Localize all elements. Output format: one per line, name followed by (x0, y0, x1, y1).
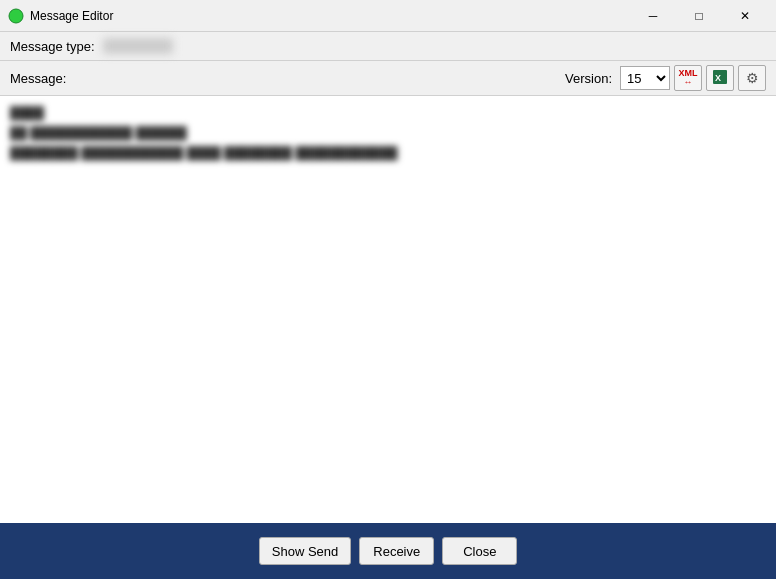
svg-text:X: X (715, 73, 721, 83)
message-type-label: Message type: (10, 39, 95, 54)
xml-icon: XML↔ (679, 69, 698, 87)
gear-icon: ⚙ (746, 70, 759, 86)
message-content-area[interactable]: ████ ██ ████████████ ██████ ████████ ███… (0, 96, 776, 523)
settings-button[interactable]: ⚙ (738, 65, 766, 91)
app-icon (8, 8, 24, 24)
message-line-3: ████████ ████████████ ████ ████████ ████… (10, 144, 766, 162)
message-label: Message: (10, 71, 565, 86)
footer-bar: Show Send Receive Close (0, 523, 776, 579)
maximize-button[interactable]: □ (676, 0, 722, 32)
excel-button[interactable]: X (706, 65, 734, 91)
toolbar-right: Version: 15 14 16 17 XML↔ X ⚙ (565, 65, 766, 91)
close-window-button[interactable]: ✕ (722, 0, 768, 32)
svg-point-0 (9, 9, 23, 23)
message-type-value (103, 38, 173, 54)
receive-button[interactable]: Receive (359, 537, 434, 565)
message-line-2: ██ ████████████ ██████ (10, 124, 766, 142)
version-select[interactable]: 15 14 16 17 (620, 66, 670, 90)
window-title: Message Editor (30, 9, 630, 23)
message-toolbar-row: Message: Version: 15 14 16 17 XML↔ X ⚙ (0, 61, 776, 96)
window-controls: ─ □ ✕ (630, 0, 768, 32)
show-send-button[interactable]: Show Send (259, 537, 352, 565)
title-bar: Message Editor ─ □ ✕ (0, 0, 776, 32)
message-type-row: Message type: (0, 32, 776, 61)
minimize-button[interactable]: ─ (630, 0, 676, 32)
version-label: Version: (565, 71, 612, 86)
xml-button[interactable]: XML↔ (674, 65, 702, 91)
excel-icon: X (712, 69, 728, 87)
message-text: ████ ██ ████████████ ██████ ████████ ███… (10, 104, 766, 162)
message-line-1: ████ (10, 104, 766, 122)
close-button[interactable]: Close (442, 537, 517, 565)
